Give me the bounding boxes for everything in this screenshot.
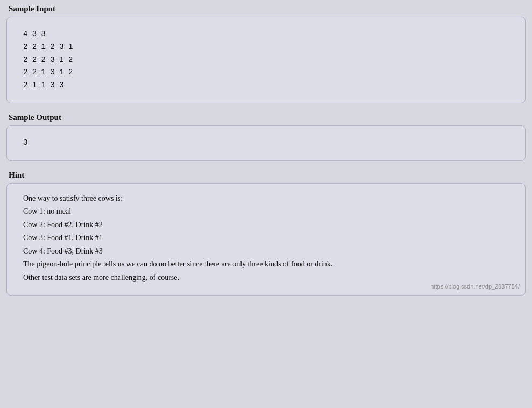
- sample-input-line-5: 2 1 1 3 3: [23, 79, 509, 92]
- sample-input-line-3: 2 2 2 3 1 2: [23, 54, 509, 67]
- sample-output-title: Sample Output: [6, 113, 526, 122]
- hint-line-1: One way to satisfy three cows is:: [23, 192, 509, 206]
- hint-title: Hint: [6, 171, 526, 180]
- hint-line-2: Cow 1: no meal: [23, 205, 509, 219]
- hint-line-5: Cow 4: Food #3, Drink #3: [23, 245, 509, 258]
- hint-line-6: The pigeon-hole principle tells us we ca…: [23, 258, 509, 271]
- hint-line-3: Cow 2: Food #2, Drink #2: [23, 219, 509, 232]
- sample-output-box: 3: [6, 125, 526, 161]
- hint-box: One way to satisfy three cows is: Cow 1:…: [6, 183, 526, 296]
- sample-input-title: Sample Input: [6, 4, 526, 13]
- sample-output-line-1: 3: [23, 137, 509, 150]
- sample-input-section: Sample Input 4 3 3 2 2 1 2 3 1 2 2 2 3 1…: [6, 4, 526, 103]
- sample-input-line-2: 2 2 1 2 3 1: [23, 41, 509, 54]
- hint-section: Hint One way to satisfy three cows is: C…: [6, 171, 526, 296]
- sample-input-box: 4 3 3 2 2 1 2 3 1 2 2 2 3 1 2 2 2 1 3 1 …: [6, 17, 526, 103]
- watermark: https://blog.csdn.net/dp_2837754/: [430, 282, 520, 292]
- hint-line-4: Cow 3: Food #1, Drink #1: [23, 231, 509, 245]
- sample-input-line-4: 2 2 1 3 1 2: [23, 66, 509, 79]
- sample-input-line-1: 4 3 3: [23, 28, 509, 41]
- sample-output-section: Sample Output 3: [6, 113, 526, 161]
